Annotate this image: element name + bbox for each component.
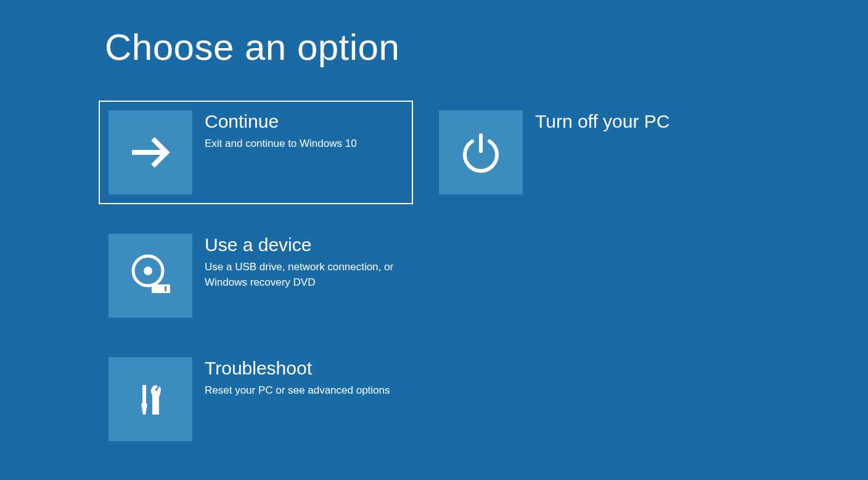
svg-rect-6 <box>142 385 146 403</box>
svg-marker-7 <box>141 403 147 415</box>
option-use-device[interactable]: Use a device Use a USB drive, network co… <box>99 224 413 328</box>
option-title: Turn off your PC <box>535 110 734 133</box>
svg-point-3 <box>144 267 152 275</box>
option-desc: Exit and continue to Windows 10 <box>205 136 403 152</box>
empty-cell <box>429 224 743 328</box>
option-troubleshoot[interactable]: Troubleshoot Reset your PC or see advanc… <box>99 347 413 451</box>
option-continue[interactable]: Continue Exit and continue to Windows 10 <box>99 101 413 204</box>
option-turn-off[interactable]: Turn off your PC <box>429 101 743 204</box>
svg-rect-4 <box>152 284 170 293</box>
tools-icon <box>108 357 192 441</box>
option-title: Continue <box>205 110 403 133</box>
arrow-right-icon <box>108 110 192 194</box>
svg-rect-5 <box>165 286 166 291</box>
option-desc: Reset your PC or see advanced options <box>205 383 403 399</box>
page-title: Choose an option <box>105 26 868 68</box>
option-desc: Use a USB drive, network connection, or … <box>205 260 403 290</box>
option-title: Use a device <box>205 234 403 256</box>
options-grid: Continue Exit and continue to Windows 10… <box>99 101 868 451</box>
disc-usb-icon <box>108 234 192 318</box>
option-title: Troubleshoot <box>205 357 403 379</box>
power-icon <box>439 110 523 194</box>
